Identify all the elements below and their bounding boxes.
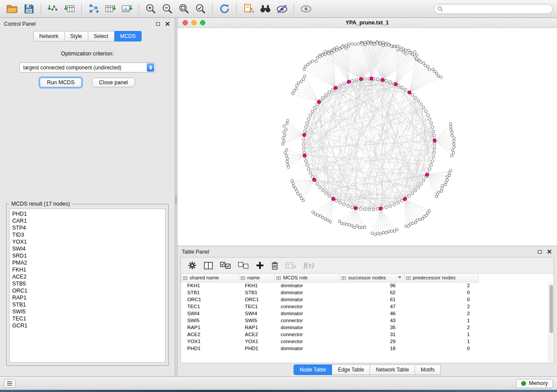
table-cell[interactable]: YOX1 [239, 338, 275, 345]
export-image-icon[interactable] [119, 2, 135, 16]
function-builder-icon[interactable]: f(x) [304, 261, 314, 270]
table-cell[interactable]: TEC1 [239, 303, 275, 310]
zoom-selected-icon[interactable] [193, 2, 208, 16]
tab-style[interactable]: Style [65, 31, 88, 41]
close-table-panel-icon[interactable] [546, 248, 553, 255]
table-cell[interactable]: 62 [340, 289, 405, 296]
table-cell[interactable]: SWI4 [239, 310, 275, 317]
table-cell[interactable]: YOX1 [181, 338, 239, 345]
import-table-icon[interactable] [62, 2, 77, 16]
table-cell[interactable]: RAP1 [239, 324, 275, 331]
table-cell[interactable]: 2 [405, 324, 479, 331]
tab-network[interactable]: Network [33, 31, 65, 41]
table-cell[interactable]: 61 [340, 296, 405, 303]
table-cell[interactable]: TEC1 [181, 303, 239, 310]
zoom-fit-icon[interactable] [176, 2, 192, 16]
table-cell[interactable]: dominator [275, 324, 340, 331]
mcds-result-item[interactable]: TID3 [12, 231, 163, 238]
splitter-handle-icon[interactable] [175, 195, 177, 204]
table-row[interactable]: TEC1TEC1connector472 [181, 303, 479, 310]
mcds-result-item[interactable]: CAR1 [12, 217, 163, 224]
mcds-result-item[interactable]: ACE2 [12, 273, 163, 280]
window-maximize-icon[interactable] [200, 20, 205, 25]
table-cell[interactable]: connector [275, 303, 340, 310]
select-all-icon[interactable] [220, 262, 231, 269]
clone-network-icon[interactable] [241, 2, 256, 16]
table-cell[interactable]: 2 [405, 282, 479, 289]
criterion-dropdown[interactable]: largest connected component (undirected) [19, 62, 156, 72]
table-row[interactable]: ORC1ORC1dominator610 [181, 296, 479, 303]
table-cell[interactable]: 29 [340, 338, 405, 345]
save-session-icon[interactable] [21, 2, 37, 16]
table-cell[interactable]: 35 [340, 324, 405, 331]
mcds-result-item[interactable]: FKH1 [12, 266, 163, 273]
table-cell[interactable]: connector [275, 338, 340, 345]
close-panel-icon[interactable] [164, 21, 171, 28]
log-console-icon[interactable] [4, 379, 15, 388]
memory-button[interactable]: Memory [516, 379, 553, 388]
table-cell[interactable]: 96 [340, 282, 405, 289]
import-network-icon[interactable] [45, 2, 61, 16]
column-header-name[interactable]: name [239, 274, 275, 282]
tab-select[interactable]: Select [88, 31, 114, 41]
network-window-titlebar[interactable]: YPA_prune.txt_1 [177, 18, 557, 28]
table-cell[interactable]: ORC1 [239, 296, 275, 303]
window-close-icon[interactable] [183, 20, 188, 25]
table-cell[interactable]: 18 [340, 345, 405, 352]
tab-network-table[interactable]: Network Table [370, 364, 415, 375]
table-cell[interactable]: dominator [275, 289, 340, 296]
mcds-result-item[interactable]: RAP1 [12, 294, 163, 301]
table-cell[interactable]: ACE2 [181, 331, 239, 338]
table-row[interactable]: FKH1FKH1dominator962 [181, 282, 479, 289]
table-row[interactable]: RAP1RAP1dominator352 [181, 324, 479, 331]
network-graph[interactable] [177, 28, 557, 245]
table-cell[interactable]: 1 [405, 317, 479, 324]
mcds-result-item[interactable]: ORC1 [12, 287, 163, 294]
run-mcds-button[interactable]: Run MCDS [40, 78, 81, 87]
table-row[interactable]: PHD1PHD1dominator180 [181, 345, 479, 352]
mcds-result-item[interactable]: TEC1 [12, 315, 163, 322]
mcds-result-item[interactable]: PHD1 [12, 210, 163, 217]
zoom-out-icon[interactable] [159, 2, 175, 16]
table-cell[interactable]: 1 [405, 338, 479, 345]
mcds-result-item[interactable]: PMA2 [12, 259, 163, 266]
table-cell[interactable]: PHD1 [181, 345, 239, 352]
delete-table-icon[interactable] [286, 262, 296, 269]
table-cell[interactable]: dominator [275, 282, 340, 289]
float-table-panel-icon[interactable] [536, 248, 543, 255]
export-table-icon[interactable] [102, 2, 118, 16]
hide-selected-icon[interactable] [274, 2, 290, 16]
table-cell[interactable]: 31 [340, 331, 405, 338]
table-row[interactable]: STB1STB1dominator620 [181, 289, 479, 296]
table-cell[interactable]: 0 [405, 345, 479, 352]
deselect-all-icon[interactable] [238, 262, 249, 269]
mcds-result-item[interactable]: SWI4 [12, 245, 163, 252]
table-cell[interactable]: connector [275, 317, 340, 324]
column-header-successor-nodes[interactable]: successor nodes [340, 274, 405, 282]
mcds-result-item[interactable]: STP4 [12, 224, 163, 231]
column-header-predecessor-nodes[interactable]: predecessor nodes [405, 274, 479, 282]
table-cell[interactable]: ACE2 [239, 331, 275, 338]
mcds-result-item[interactable]: GCR1 [12, 322, 163, 329]
table-cell[interactable]: FKH1 [181, 282, 239, 289]
split-panel-icon[interactable] [204, 262, 213, 269]
close-panel-button[interactable]: Close panel [92, 78, 135, 87]
table-row[interactable]: SWI4SWI4dominator462 [181, 310, 479, 317]
tab-node-table[interactable]: Node Table [294, 364, 332, 375]
refresh-icon[interactable] [217, 2, 232, 16]
window-minimize-icon[interactable] [191, 20, 197, 25]
network-canvas[interactable] [177, 28, 557, 246]
table-cell[interactable]: 2 [405, 310, 479, 317]
mcds-result-item[interactable]: STB5 [12, 280, 163, 287]
table-row[interactable]: ACE2ACE2connector311 [181, 331, 479, 338]
mcds-result-item[interactable]: YOX1 [12, 238, 163, 245]
table-row[interactable]: YOX1YOX1connector291 [181, 338, 479, 345]
sort-menu-icon[interactable] [398, 276, 401, 279]
table-cell[interactable]: STB1 [239, 289, 275, 296]
table-cell[interactable]: RAP1 [181, 324, 239, 331]
gear-icon[interactable] [188, 261, 197, 270]
table-cell[interactable]: SWI4 [181, 310, 239, 317]
table-cell[interactable]: dominator [275, 296, 340, 303]
column-header-shared-name[interactable]: shared name [181, 274, 239, 282]
table-cell[interactable]: SWI5 [239, 317, 275, 324]
